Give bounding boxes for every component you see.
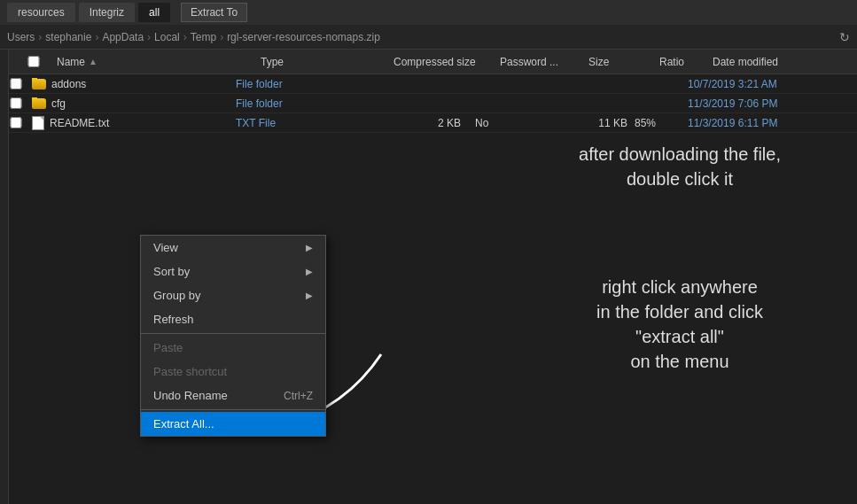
table-row[interactable]: cfg File folder 11/3/2019 7:06 PM: [0, 94, 857, 113]
file-compressed-readme: 2 KB: [369, 117, 475, 129]
col-header-size[interactable]: Size: [581, 56, 652, 68]
ctx-paste-shortcut[interactable]: Paste shortcut: [141, 360, 325, 384]
breadcrumb-temp[interactable]: Temp: [191, 31, 216, 43]
row-checkbox[interactable]: [7, 117, 25, 128]
ctx-refresh[interactable]: Refresh: [141, 307, 325, 331]
annotation-bottom: right click anywhere in the folder and c…: [529, 275, 830, 374]
folder-icon: [32, 79, 46, 89]
refresh-icon[interactable]: ↻: [839, 30, 850, 44]
left-sidebar: [0, 50, 9, 504]
sort-arrow-icon: ▲: [89, 57, 97, 66]
breadcrumb-appdata[interactable]: AppData: [102, 31, 144, 43]
chevron-right-icon: ▶: [306, 267, 313, 276]
chevron-right-icon: ▶: [306, 243, 313, 252]
ctx-group-by[interactable]: Group by ▶: [141, 283, 325, 307]
file-date-readme: 11/3/2019 6:11 PM: [688, 117, 812, 129]
top-bar: resources Integriz all Extract To: [0, 0, 857, 25]
file-name-readme: README.txt: [32, 116, 236, 130]
ctx-extract-all[interactable]: Extract All...: [141, 412, 325, 436]
col-header-type[interactable]: Type: [253, 56, 386, 68]
file-date-addons: 10/7/2019 3:21 AM: [688, 78, 812, 90]
tab-resources[interactable]: resources: [7, 3, 75, 22]
annotation-top: after downloading the file, double click…: [529, 142, 830, 191]
col-header-ratio[interactable]: Ratio: [652, 56, 705, 68]
breadcrumb-zip[interactable]: rgl-server-resources-nomaps.zip: [227, 31, 380, 43]
ctx-undo-rename[interactable]: Undo Rename Ctrl+Z: [141, 384, 325, 407]
col-header-date[interactable]: Date modified: [705, 56, 830, 68]
select-all-checkbox[interactable]: [25, 56, 43, 67]
menu-separator: [141, 333, 325, 334]
file-ratio-readme: 85%: [635, 117, 688, 129]
file-list: addons File folder 10/7/2019 3:21 AM cfg…: [0, 74, 857, 133]
file-size-readme: 11 KB: [564, 117, 635, 129]
folder-icon: [32, 98, 46, 109]
breadcrumb-users[interactable]: Users: [7, 31, 35, 43]
file-type-readme: TXT File: [236, 117, 369, 129]
file-name-cfg: cfg: [32, 97, 236, 110]
breadcrumb-local[interactable]: Local: [154, 31, 180, 43]
col-header-compressed[interactable]: Compressed size: [386, 56, 493, 68]
table-row[interactable]: README.txt TXT File 2 KB No 11 KB 85% 11…: [0, 113, 857, 133]
chevron-right-icon: ▶: [306, 291, 313, 300]
file-date-cfg: 11/3/2019 7:06 PM: [688, 97, 812, 110]
col-header-password[interactable]: Password ...: [493, 56, 581, 68]
menu-separator: [141, 409, 325, 410]
ctx-view[interactable]: View ▶: [141, 236, 325, 260]
tab-strip: resources Integriz all: [7, 3, 170, 22]
tab-all[interactable]: all: [138, 3, 170, 22]
context-menu: View ▶ Sort by ▶ Group by ▶ Refresh Past…: [140, 235, 326, 437]
extract-to-button[interactable]: Extract To: [181, 3, 247, 22]
table-row[interactable]: addons File folder 10/7/2019 3:21 AM: [0, 74, 857, 94]
ctx-sort-by[interactable]: Sort by ▶: [141, 260, 325, 283]
breadcrumb-stephanie[interactable]: stephanie: [45, 31, 91, 43]
row-checkbox[interactable]: [7, 97, 25, 109]
file-type-addons: File folder: [236, 78, 369, 90]
col-header-name[interactable]: Name ▲: [50, 56, 253, 68]
txt-file-icon: [32, 116, 44, 130]
breadcrumb: Users › stephanie › AppData › Local › Te…: [0, 25, 857, 50]
ctx-paste[interactable]: Paste: [141, 336, 325, 360]
file-name-addons: addons: [32, 78, 236, 90]
column-headers: Name ▲ Type Compressed size Password ...…: [0, 50, 857, 74]
row-checkbox[interactable]: [7, 78, 25, 89]
tab-integriz[interactable]: Integriz: [79, 3, 135, 22]
file-password-readme: No: [475, 117, 564, 129]
file-type-cfg: File folder: [236, 97, 369, 110]
